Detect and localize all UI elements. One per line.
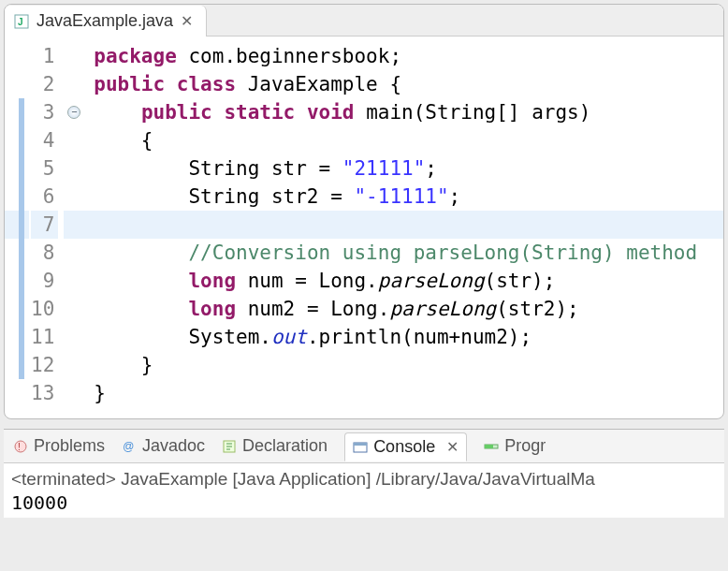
close-icon[interactable]: ✕ [446, 438, 459, 456]
fold-collapse-icon[interactable]: − [67, 106, 80, 119]
token-fld: out [271, 326, 307, 348]
fold-cell[interactable] [64, 323, 84, 351]
tab-label: Declaration [242, 436, 328, 456]
annotation-cell [5, 323, 29, 351]
tab-console[interactable]: Console ✕ [344, 432, 467, 461]
code-content[interactable]: package com.beginnersbook;public class J… [84, 42, 723, 407]
code-line[interactable]: long num = Long.parseLong(str); [84, 267, 723, 295]
token-pln [295, 101, 307, 124]
tab-progress[interactable]: Progr [484, 436, 546, 456]
token-pln: (str2); [496, 298, 579, 320]
annotation-cell [5, 267, 29, 295]
token-pln: System. [94, 326, 271, 348]
code-editor[interactable]: 12345678910111213 − package com.beginner… [5, 37, 723, 418]
problems-icon: ! [13, 439, 28, 454]
fold-cell[interactable] [64, 351, 84, 379]
annotation-cell [5, 295, 29, 323]
fold-cell[interactable]: − [64, 98, 84, 126]
line-number[interactable]: 2 [31, 70, 58, 98]
token-kw: package [94, 45, 177, 67]
line-gutter[interactable]: 12345678910111213 [29, 42, 64, 407]
tab-javadoc[interactable]: @ Javadoc [122, 436, 205, 456]
token-pln [94, 298, 188, 320]
tab-problems[interactable]: ! Problems [13, 436, 105, 456]
annotation-cell [5, 154, 29, 183]
annotation-cell [5, 211, 29, 239]
change-marker [19, 183, 24, 211]
fold-cell[interactable] [64, 211, 84, 239]
line-number[interactable]: 4 [31, 126, 58, 154]
fold-cell[interactable] [64, 70, 84, 98]
code-line[interactable]: System.out.println(num+num2); [84, 323, 723, 351]
fold-cell[interactable] [64, 183, 84, 211]
fold-cell[interactable] [64, 126, 84, 154]
code-line[interactable]: //Conversion using parseLong(String) met… [84, 239, 723, 267]
fold-cell[interactable] [64, 42, 84, 70]
console-output[interactable]: <terminated> JavaExample [Java Applicati… [4, 463, 724, 518]
token-pln: num = Long. [236, 270, 378, 292]
token-kw: void [307, 101, 355, 124]
change-marker [19, 98, 24, 126]
token-pln [94, 213, 188, 236]
folding-ruler[interactable]: − [64, 42, 84, 407]
token-pln: { [94, 129, 153, 152]
javadoc-icon: @ [122, 439, 137, 454]
fold-cell[interactable] [64, 239, 84, 267]
annotation-cell [5, 351, 29, 379]
token-kw: long [188, 298, 236, 320]
code-line[interactable]: String str2 = "-11111"; [84, 183, 723, 211]
code-line[interactable]: package com.beginnersbook; [84, 42, 723, 70]
svg-text:J: J [18, 17, 23, 27]
bottom-tab-bar: ! Problems @ Javadoc Declaration Console… [4, 430, 724, 463]
java-file-icon: J [14, 14, 29, 29]
tab-declaration[interactable]: Declaration [222, 436, 328, 456]
token-pln: .println(num+num2); [307, 326, 531, 348]
svg-rect-9 [485, 445, 493, 448]
line-number[interactable]: 9 [31, 267, 58, 295]
editor-panel: J JavaExample.java ✕ 12345678910111213 −… [4, 4, 724, 419]
code-line[interactable] [84, 211, 723, 239]
close-icon[interactable]: ✕ [181, 12, 193, 30]
editor-tab-bar: J JavaExample.java ✕ [5, 5, 723, 37]
code-line[interactable]: public class JavaExample { [84, 70, 723, 98]
token-pln [94, 270, 188, 292]
annotation-cell [5, 239, 29, 267]
line-number[interactable]: 1 [31, 42, 58, 70]
token-pln: main(String[] args) [354, 101, 590, 124]
console-line: 10000 [11, 491, 717, 514]
tab-label: Problems [34, 436, 105, 456]
annotation-cell [5, 70, 29, 98]
line-number[interactable]: 3 [31, 98, 58, 126]
code-line[interactable]: long num2 = Long.parseLong(str2); [84, 295, 723, 323]
fold-cell[interactable] [64, 379, 84, 407]
code-line[interactable]: } [84, 351, 723, 379]
line-number[interactable]: 7 [31, 211, 58, 239]
tab-label: Javadoc [142, 436, 205, 456]
editor-tab[interactable]: J JavaExample.java ✕ [5, 6, 207, 37]
console-status: <terminated> JavaExample [Java Applicati… [11, 467, 717, 491]
token-str: "21111" [342, 157, 426, 180]
line-number[interactable]: 10 [31, 295, 58, 323]
token-cmt: //Conversion using parseLong(String) met… [188, 242, 697, 264]
line-number[interactable]: 11 [31, 323, 58, 351]
token-pln [94, 242, 188, 264]
change-marker [19, 295, 24, 323]
fold-cell[interactable] [64, 295, 84, 323]
line-number[interactable]: 13 [31, 379, 58, 407]
code-line[interactable]: String str = "21111"; [84, 154, 723, 183]
declaration-icon [222, 439, 237, 454]
code-line[interactable]: public static void main(String[] args) [84, 98, 723, 126]
line-number[interactable]: 12 [31, 351, 58, 379]
fold-cell[interactable] [64, 154, 84, 183]
progress-icon [484, 439, 499, 454]
code-line[interactable]: } [84, 379, 723, 407]
token-pln: JavaExample { [236, 73, 401, 95]
fold-cell[interactable] [64, 267, 84, 295]
line-number[interactable]: 6 [31, 183, 58, 211]
code-line[interactable]: { [84, 126, 723, 154]
line-number[interactable]: 8 [31, 239, 58, 267]
line-number[interactable]: 5 [31, 154, 58, 183]
token-pln [212, 101, 225, 124]
svg-point-2 [15, 441, 26, 452]
svg-text:@: @ [123, 440, 134, 453]
